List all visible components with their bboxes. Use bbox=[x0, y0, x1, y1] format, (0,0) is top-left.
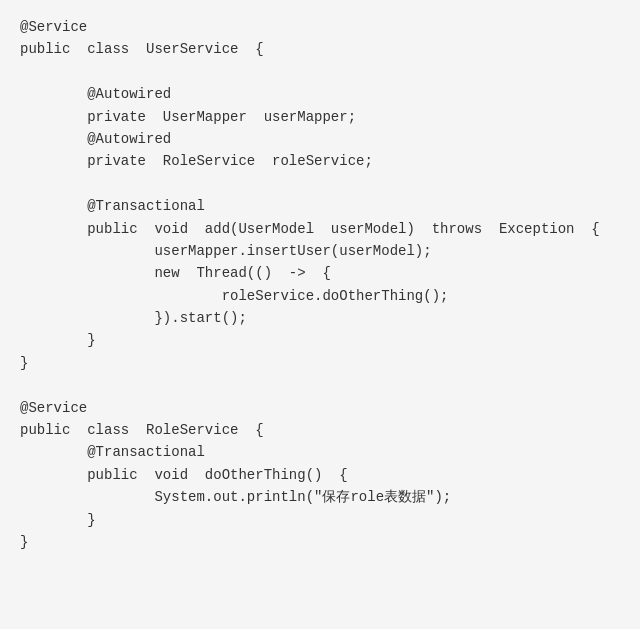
code-line: }).start(); bbox=[20, 307, 620, 329]
code-line bbox=[20, 374, 620, 396]
code-line: roleService.doOtherThing(); bbox=[20, 285, 620, 307]
code-line: new Thread(() -> { bbox=[20, 262, 620, 284]
code-line: public void doOtherThing() { bbox=[20, 464, 620, 486]
code-line: System.out.println("保存role表数据"); bbox=[20, 486, 620, 508]
code-line: userMapper.insertUser(userModel); bbox=[20, 240, 620, 262]
code-line: public class UserService { bbox=[20, 38, 620, 60]
code-line: @Transactional bbox=[20, 441, 620, 463]
code-line: private UserMapper userMapper; bbox=[20, 106, 620, 128]
code-line: } bbox=[20, 509, 620, 531]
code-line: private RoleService roleService; bbox=[20, 150, 620, 172]
code-container: @Servicepublic class UserService { @Auto… bbox=[0, 0, 640, 629]
code-line: @Transactional bbox=[20, 195, 620, 217]
code-block: @Servicepublic class UserService { @Auto… bbox=[20, 16, 620, 553]
code-line: } bbox=[20, 531, 620, 553]
code-line: @Service bbox=[20, 397, 620, 419]
code-line: } bbox=[20, 352, 620, 374]
code-line: public void add(UserModel userModel) thr… bbox=[20, 218, 620, 240]
code-line bbox=[20, 173, 620, 195]
code-line: @Autowired bbox=[20, 83, 620, 105]
code-line: } bbox=[20, 329, 620, 351]
code-line: @Service bbox=[20, 16, 620, 38]
code-line: public class RoleService { bbox=[20, 419, 620, 441]
code-line bbox=[20, 61, 620, 83]
code-line: @Autowired bbox=[20, 128, 620, 150]
